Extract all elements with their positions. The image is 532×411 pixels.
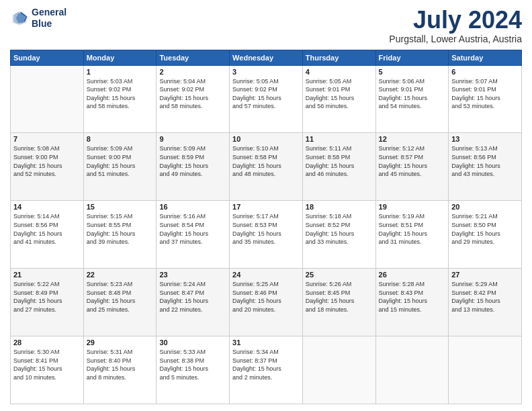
cell-info: Sunrise: 5:14 AM Sunset: 8:56 PM Dayligh…	[13, 212, 81, 246]
cell-info: Sunrise: 5:09 AM Sunset: 9:00 PM Dayligh…	[87, 144, 154, 178]
calendar-week-row-4: 21Sunrise: 5:22 AM Sunset: 8:49 PM Dayli…	[11, 269, 522, 336]
day-number: 3	[232, 68, 300, 76]
cell-info: Sunrise: 5:12 AM Sunset: 8:57 PM Dayligh…	[379, 144, 446, 178]
header: General Blue July 2024 Purgstall, Lower …	[10, 7, 522, 44]
calendar-cell: 14Sunrise: 5:14 AM Sunset: 8:56 PM Dayli…	[11, 201, 84, 269]
calendar-cell: 7Sunrise: 5:08 AM Sunset: 9:00 PM Daylig…	[11, 133, 84, 201]
calendar-table: Sunday Monday Tuesday Wednesday Thursday…	[10, 50, 522, 404]
cell-info: Sunrise: 5:24 AM Sunset: 8:47 PM Dayligh…	[159, 280, 226, 314]
calendar-cell: 20Sunrise: 5:21 AM Sunset: 8:50 PM Dayli…	[449, 201, 522, 269]
col-saturday: Saturday	[449, 50, 522, 65]
calendar-cell: 21Sunrise: 5:22 AM Sunset: 8:49 PM Dayli…	[11, 269, 84, 336]
location: Purgstall, Lower Austria, Austria	[389, 34, 522, 44]
col-monday: Monday	[83, 50, 157, 65]
day-number: 25	[306, 271, 373, 279]
cell-info: Sunrise: 5:23 AM Sunset: 8:48 PM Dayligh…	[87, 280, 154, 314]
cell-info: Sunrise: 5:11 AM Sunset: 8:58 PM Dayligh…	[306, 144, 373, 178]
col-wednesday: Wednesday	[230, 50, 303, 65]
cell-info: Sunrise: 5:05 AM Sunset: 9:02 PM Dayligh…	[232, 77, 300, 111]
calendar-cell: 13Sunrise: 5:13 AM Sunset: 8:56 PM Dayli…	[449, 133, 522, 201]
calendar-cell: 22Sunrise: 5:23 AM Sunset: 8:48 PM Dayli…	[83, 269, 157, 336]
day-number: 16	[159, 203, 226, 211]
calendar-cell: 12Sunrise: 5:12 AM Sunset: 8:57 PM Dayli…	[375, 133, 449, 201]
cell-info: Sunrise: 5:18 AM Sunset: 8:52 PM Dayligh…	[306, 212, 373, 246]
day-number: 17	[232, 203, 300, 211]
calendar-week-row-2: 7Sunrise: 5:08 AM Sunset: 9:00 PM Daylig…	[11, 133, 522, 201]
logo-line2: Blue	[32, 18, 66, 30]
logo: General Blue	[10, 7, 66, 30]
cell-info: Sunrise: 5:07 AM Sunset: 9:01 PM Dayligh…	[451, 77, 519, 111]
calendar-cell: 16Sunrise: 5:16 AM Sunset: 8:54 PM Dayli…	[157, 201, 230, 269]
calendar-cell: 11Sunrise: 5:11 AM Sunset: 8:58 PM Dayli…	[302, 133, 375, 201]
cell-info: Sunrise: 5:17 AM Sunset: 8:53 PM Dayligh…	[232, 212, 300, 246]
col-friday: Friday	[375, 50, 449, 65]
day-number: 8	[87, 135, 154, 143]
calendar-week-row-1: 1Sunrise: 5:03 AM Sunset: 9:02 PM Daylig…	[11, 65, 522, 133]
calendar-cell: 10Sunrise: 5:10 AM Sunset: 8:58 PM Dayli…	[230, 133, 303, 201]
title-block: July 2024 Purgstall, Lower Austria, Aust…	[389, 7, 522, 44]
day-number: 11	[306, 135, 373, 143]
calendar-cell: 2Sunrise: 5:04 AM Sunset: 9:02 PM Daylig…	[157, 65, 230, 133]
day-number: 19	[379, 203, 446, 211]
col-thursday: Thursday	[302, 50, 375, 65]
calendar-cell	[375, 336, 449, 404]
day-number: 10	[232, 135, 300, 143]
day-number: 5	[379, 68, 446, 76]
day-number: 29	[87, 338, 154, 347]
day-number: 22	[87, 271, 154, 279]
cell-info: Sunrise: 5:05 AM Sunset: 9:01 PM Dayligh…	[306, 77, 373, 111]
calendar-cell: 8Sunrise: 5:09 AM Sunset: 9:00 PM Daylig…	[83, 133, 157, 201]
calendar-cell: 3Sunrise: 5:05 AM Sunset: 9:02 PM Daylig…	[230, 65, 303, 133]
day-number: 4	[306, 68, 373, 76]
calendar-cell	[449, 336, 522, 404]
day-number: 14	[13, 203, 81, 211]
page: General Blue July 2024 Purgstall, Lower …	[0, 0, 532, 411]
cell-info: Sunrise: 5:29 AM Sunset: 8:42 PM Dayligh…	[451, 280, 519, 314]
cell-info: Sunrise: 5:08 AM Sunset: 9:00 PM Dayligh…	[13, 144, 81, 178]
day-number: 30	[159, 338, 226, 347]
day-number: 13	[451, 135, 519, 143]
cell-info: Sunrise: 5:04 AM Sunset: 9:02 PM Dayligh…	[159, 77, 226, 111]
calendar-cell: 29Sunrise: 5:31 AM Sunset: 8:40 PM Dayli…	[83, 336, 157, 404]
logo-text: General Blue	[32, 7, 66, 30]
logo-line1: General	[32, 7, 66, 18]
day-number: 26	[379, 271, 446, 279]
cell-info: Sunrise: 5:09 AM Sunset: 8:59 PM Dayligh…	[159, 144, 226, 178]
calendar-cell: 9Sunrise: 5:09 AM Sunset: 8:59 PM Daylig…	[157, 133, 230, 201]
calendar-cell: 18Sunrise: 5:18 AM Sunset: 8:52 PM Dayli…	[302, 201, 375, 269]
calendar-cell: 26Sunrise: 5:28 AM Sunset: 8:43 PM Dayli…	[375, 269, 449, 336]
calendar-week-row-3: 14Sunrise: 5:14 AM Sunset: 8:56 PM Dayli…	[11, 201, 522, 269]
cell-info: Sunrise: 5:16 AM Sunset: 8:54 PM Dayligh…	[159, 212, 226, 246]
day-number: 15	[87, 203, 154, 211]
day-number: 7	[13, 135, 81, 143]
cell-info: Sunrise: 5:28 AM Sunset: 8:43 PM Dayligh…	[379, 280, 446, 314]
calendar-cell: 4Sunrise: 5:05 AM Sunset: 9:01 PM Daylig…	[302, 65, 375, 133]
cell-info: Sunrise: 5:22 AM Sunset: 8:49 PM Dayligh…	[13, 280, 81, 314]
day-number: 21	[13, 271, 81, 279]
calendar-cell: 1Sunrise: 5:03 AM Sunset: 9:02 PM Daylig…	[83, 65, 157, 133]
calendar-cell: 25Sunrise: 5:26 AM Sunset: 8:45 PM Dayli…	[302, 269, 375, 336]
cell-info: Sunrise: 5:31 AM Sunset: 8:40 PM Dayligh…	[87, 348, 154, 381]
calendar-cell: 30Sunrise: 5:33 AM Sunset: 8:38 PM Dayli…	[157, 336, 230, 404]
day-number: 18	[306, 203, 373, 211]
calendar-cell: 15Sunrise: 5:15 AM Sunset: 8:55 PM Dayli…	[83, 201, 157, 269]
calendar-cell: 23Sunrise: 5:24 AM Sunset: 8:47 PM Dayli…	[157, 269, 230, 336]
calendar-cell: 17Sunrise: 5:17 AM Sunset: 8:53 PM Dayli…	[230, 201, 303, 269]
day-number: 23	[159, 271, 226, 279]
calendar-cell	[11, 65, 84, 133]
cell-info: Sunrise: 5:25 AM Sunset: 8:46 PM Dayligh…	[232, 280, 300, 314]
month-year: July 2024	[389, 7, 522, 34]
cell-info: Sunrise: 5:03 AM Sunset: 9:02 PM Dayligh…	[87, 77, 154, 111]
calendar-cell: 31Sunrise: 5:34 AM Sunset: 8:37 PM Dayli…	[230, 336, 303, 404]
calendar-week-row-5: 28Sunrise: 5:30 AM Sunset: 8:41 PM Dayli…	[11, 336, 522, 404]
cell-info: Sunrise: 5:13 AM Sunset: 8:56 PM Dayligh…	[451, 144, 519, 178]
cell-info: Sunrise: 5:34 AM Sunset: 8:37 PM Dayligh…	[232, 348, 300, 381]
calendar-header-row: Sunday Monday Tuesday Wednesday Thursday…	[11, 50, 522, 65]
col-tuesday: Tuesday	[157, 50, 230, 65]
cell-info: Sunrise: 5:30 AM Sunset: 8:41 PM Dayligh…	[13, 348, 81, 381]
calendar-cell	[302, 336, 375, 404]
day-number: 6	[451, 68, 519, 76]
logo-icon	[10, 9, 29, 28]
cell-info: Sunrise: 5:21 AM Sunset: 8:50 PM Dayligh…	[451, 212, 519, 246]
calendar-cell: 19Sunrise: 5:19 AM Sunset: 8:51 PM Dayli…	[375, 201, 449, 269]
